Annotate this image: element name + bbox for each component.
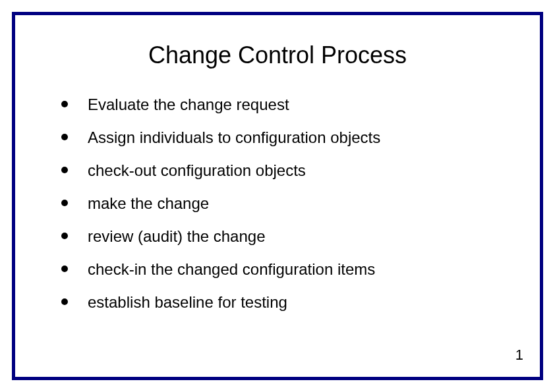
bullet-icon: [61, 101, 68, 107]
bullet-icon: [61, 167, 68, 173]
list-item: check-in the changed configuration items: [61, 260, 507, 279]
bullet-icon: [61, 134, 68, 140]
bullet-icon: [61, 233, 68, 239]
list-item: check-out configuration objects: [61, 161, 507, 180]
slide-frame: Change Control Process Evaluate the chan…: [12, 12, 543, 380]
list-item: establish baseline for testing: [61, 293, 507, 312]
list-item: make the change: [61, 194, 507, 213]
bullet-text: make the change: [88, 194, 209, 212]
page-number: 1: [515, 347, 523, 364]
bullet-text: Evaluate the change request: [88, 96, 289, 113]
list-item: Assign individuals to configuration obje…: [61, 128, 507, 147]
bullet-icon: [61, 266, 68, 272]
list-item: Evaluate the change request: [61, 96, 507, 114]
bullet-icon: [61, 298, 68, 305]
bullet-text: Assign individuals to configuration obje…: [88, 128, 380, 146]
bullet-text: review (audit) the change: [88, 227, 265, 245]
bullet-text: establish baseline for testing: [88, 293, 287, 311]
bullet-list: Evaluate the change request Assign indiv…: [48, 96, 507, 312]
bullet-icon: [61, 200, 68, 206]
bullet-text: check-in the changed configuration items: [88, 260, 375, 278]
slide-title: Change Control Process: [48, 42, 507, 69]
bullet-text: check-out configuration objects: [88, 161, 306, 179]
list-item: review (audit) the change: [61, 227, 507, 246]
